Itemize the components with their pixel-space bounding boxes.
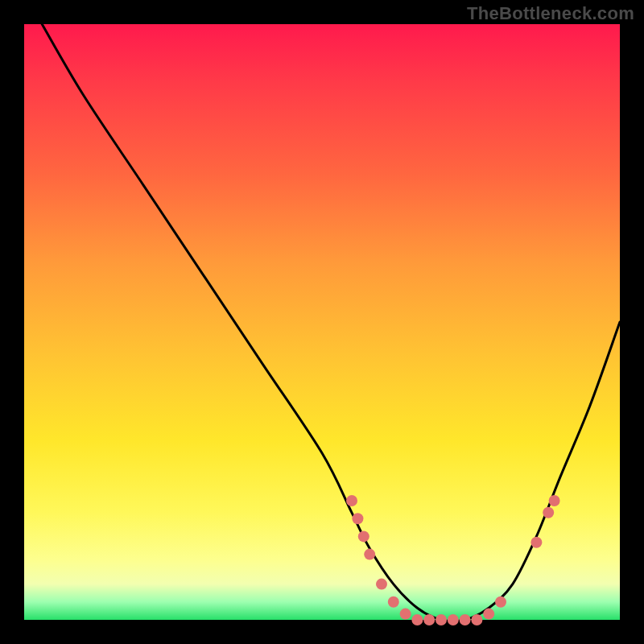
data-marker [364,549,375,560]
data-marker [388,597,399,608]
watermark-text: TheBottleneck.com [467,3,634,24]
chart-container: TheBottleneck.com [0,0,644,644]
data-marker [400,609,411,620]
data-marker [483,609,494,620]
bottleneck-curve [42,24,620,621]
data-marker [358,530,369,542]
data-marker [549,495,560,506]
data-marker [543,507,554,518]
data-marker [352,513,363,524]
data-marker [471,614,482,625]
data-marker [460,614,471,625]
data-marker [448,614,459,625]
data-marker [436,614,447,625]
plot-area [24,24,620,620]
data-marker [346,495,357,506]
data-marker [530,537,542,548]
data-marker [495,597,506,608]
data-marker [411,614,423,625]
data-marker [423,614,435,625]
data-marker [376,579,387,590]
chart-svg [24,24,620,620]
